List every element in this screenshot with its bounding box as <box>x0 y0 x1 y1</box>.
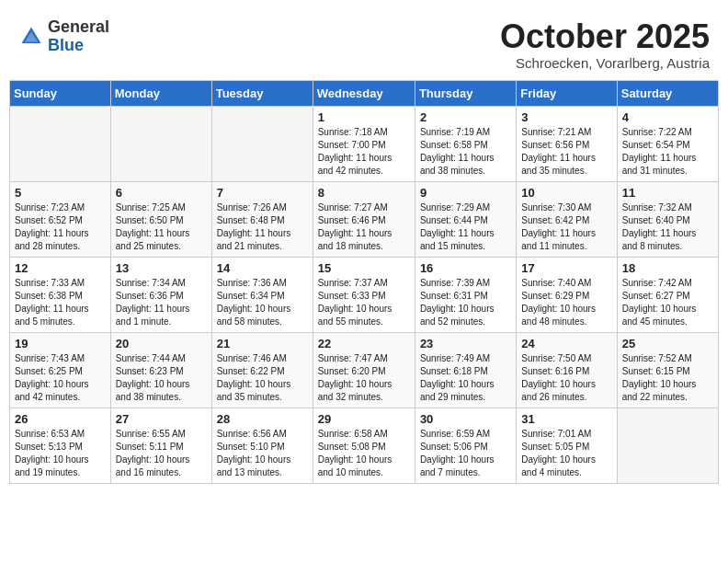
calendar-day-cell: 20Sunrise: 7:44 AM Sunset: 6:23 PM Dayli… <box>110 332 211 408</box>
calendar-day-cell <box>211 106 313 181</box>
calendar-day-cell: 7Sunrise: 7:26 AM Sunset: 6:48 PM Daylig… <box>211 181 313 257</box>
calendar-day-cell: 13Sunrise: 7:34 AM Sunset: 6:36 PM Dayli… <box>110 257 211 332</box>
day-info: Sunrise: 7:50 AM Sunset: 6:16 PM Dayligh… <box>521 352 611 404</box>
calendar-day-cell <box>10 106 111 181</box>
logo-text: General Blue <box>48 18 109 55</box>
calendar-weekday-header: Sunday <box>10 80 111 106</box>
day-info: Sunrise: 7:49 AM Sunset: 6:18 PM Dayligh… <box>420 352 511 404</box>
day-number: 23 <box>420 337 511 350</box>
calendar-weekday-header: Friday <box>517 80 617 106</box>
day-info: Sunrise: 7:52 AM Sunset: 6:15 PM Dayligh… <box>622 352 713 404</box>
day-info: Sunrise: 6:58 AM Sunset: 5:08 PM Dayligh… <box>318 428 410 479</box>
day-info: Sunrise: 7:21 AM Sunset: 6:56 PM Dayligh… <box>521 126 611 178</box>
day-info: Sunrise: 7:30 AM Sunset: 6:42 PM Dayligh… <box>521 201 611 253</box>
day-info: Sunrise: 7:42 AM Sunset: 6:27 PM Dayligh… <box>622 277 713 328</box>
calendar-week-row: 1Sunrise: 7:18 AM Sunset: 7:00 PM Daylig… <box>10 106 719 181</box>
calendar-day-cell <box>110 106 211 181</box>
day-info: Sunrise: 6:55 AM Sunset: 5:11 PM Dayligh… <box>116 428 207 479</box>
calendar-week-row: 19Sunrise: 7:43 AM Sunset: 6:25 PM Dayli… <box>10 332 719 408</box>
day-number: 2 <box>420 110 511 124</box>
day-number: 14 <box>217 261 308 275</box>
calendar-day-cell: 3Sunrise: 7:21 AM Sunset: 6:56 PM Daylig… <box>517 106 617 181</box>
day-number: 17 <box>521 261 611 275</box>
day-info: Sunrise: 7:39 AM Sunset: 6:31 PM Dayligh… <box>420 277 511 328</box>
day-number: 7 <box>217 186 308 200</box>
calendar-day-cell: 19Sunrise: 7:43 AM Sunset: 6:25 PM Dayli… <box>10 332 111 408</box>
day-info: Sunrise: 7:23 AM Sunset: 6:52 PM Dayligh… <box>15 201 106 253</box>
day-number: 28 <box>217 412 308 426</box>
calendar-day-cell: 15Sunrise: 7:37 AM Sunset: 6:33 PM Dayli… <box>313 257 415 332</box>
calendar-day-cell: 28Sunrise: 6:56 AM Sunset: 5:10 PM Dayli… <box>211 408 313 483</box>
day-info: Sunrise: 7:01 AM Sunset: 5:05 PM Dayligh… <box>521 428 611 479</box>
day-number: 1 <box>318 110 410 124</box>
calendar-day-cell: 17Sunrise: 7:40 AM Sunset: 6:29 PM Dayli… <box>517 257 617 332</box>
day-info: Sunrise: 7:32 AM Sunset: 6:40 PM Dayligh… <box>622 201 713 253</box>
title-section: October 2025 Schroecken, Vorarlberg, Aus… <box>500 18 710 71</box>
day-info: Sunrise: 7:33 AM Sunset: 6:38 PM Dayligh… <box>15 277 106 328</box>
day-info: Sunrise: 7:34 AM Sunset: 6:36 PM Dayligh… <box>116 277 207 328</box>
calendar-day-cell: 25Sunrise: 7:52 AM Sunset: 6:15 PM Dayli… <box>617 332 718 408</box>
day-info: Sunrise: 7:26 AM Sunset: 6:48 PM Dayligh… <box>217 201 308 253</box>
day-number: 18 <box>622 261 713 275</box>
day-number: 22 <box>318 337 410 350</box>
day-info: Sunrise: 6:53 AM Sunset: 5:13 PM Dayligh… <box>15 428 106 479</box>
day-info: Sunrise: 7:19 AM Sunset: 6:58 PM Dayligh… <box>420 126 511 178</box>
day-number: 16 <box>420 261 511 275</box>
location-subtitle: Schroecken, Vorarlberg, Austria <box>500 55 710 71</box>
day-number: 13 <box>116 261 207 275</box>
calendar-day-cell: 10Sunrise: 7:30 AM Sunset: 6:42 PM Dayli… <box>517 181 617 257</box>
logo: General Blue <box>18 18 109 55</box>
day-info: Sunrise: 7:40 AM Sunset: 6:29 PM Dayligh… <box>521 277 611 328</box>
day-info: Sunrise: 7:36 AM Sunset: 6:34 PM Dayligh… <box>217 277 308 328</box>
day-info: Sunrise: 7:29 AM Sunset: 6:44 PM Dayligh… <box>420 201 511 253</box>
day-number: 8 <box>318 186 410 200</box>
logo-icon <box>18 24 44 50</box>
calendar-day-cell: 6Sunrise: 7:25 AM Sunset: 6:50 PM Daylig… <box>110 181 211 257</box>
calendar-weekday-header: Wednesday <box>313 80 415 106</box>
calendar-day-cell: 31Sunrise: 7:01 AM Sunset: 5:05 PM Dayli… <box>517 408 617 483</box>
day-number: 10 <box>521 186 611 200</box>
calendar-day-cell: 27Sunrise: 6:55 AM Sunset: 5:11 PM Dayli… <box>110 408 211 483</box>
calendar-day-cell: 24Sunrise: 7:50 AM Sunset: 6:16 PM Dayli… <box>517 332 617 408</box>
calendar-day-cell <box>617 408 718 483</box>
logo-general-text: General <box>48 18 109 37</box>
day-info: Sunrise: 7:46 AM Sunset: 6:22 PM Dayligh… <box>217 352 308 404</box>
day-number: 30 <box>420 412 511 426</box>
calendar-weekday-header: Thursday <box>415 80 516 106</box>
calendar-week-row: 5Sunrise: 7:23 AM Sunset: 6:52 PM Daylig… <box>10 181 719 257</box>
calendar-day-cell: 5Sunrise: 7:23 AM Sunset: 6:52 PM Daylig… <box>10 181 111 257</box>
day-info: Sunrise: 7:18 AM Sunset: 7:00 PM Dayligh… <box>318 126 410 178</box>
day-number: 25 <box>622 337 713 350</box>
day-number: 20 <box>116 337 207 350</box>
calendar-day-cell: 16Sunrise: 7:39 AM Sunset: 6:31 PM Dayli… <box>415 257 516 332</box>
calendar-day-cell: 23Sunrise: 7:49 AM Sunset: 6:18 PM Dayli… <box>415 332 516 408</box>
calendar-table: SundayMondayTuesdayWednesdayThursdayFrid… <box>9 80 719 484</box>
calendar-day-cell: 2Sunrise: 7:19 AM Sunset: 6:58 PM Daylig… <box>415 106 516 181</box>
calendar-day-cell: 11Sunrise: 7:32 AM Sunset: 6:40 PM Dayli… <box>617 181 718 257</box>
calendar-day-cell: 8Sunrise: 7:27 AM Sunset: 6:46 PM Daylig… <box>313 181 415 257</box>
calendar-day-cell: 14Sunrise: 7:36 AM Sunset: 6:34 PM Dayli… <box>211 257 313 332</box>
calendar-week-row: 26Sunrise: 6:53 AM Sunset: 5:13 PM Dayli… <box>10 408 719 483</box>
calendar-day-cell: 26Sunrise: 6:53 AM Sunset: 5:13 PM Dayli… <box>10 408 111 483</box>
day-info: Sunrise: 7:43 AM Sunset: 6:25 PM Dayligh… <box>15 352 106 404</box>
calendar-weekday-header: Saturday <box>617 80 718 106</box>
day-info: Sunrise: 7:47 AM Sunset: 6:20 PM Dayligh… <box>318 352 410 404</box>
calendar-header-row: SundayMondayTuesdayWednesdayThursdayFrid… <box>10 80 719 106</box>
day-info: Sunrise: 7:27 AM Sunset: 6:46 PM Dayligh… <box>318 201 410 253</box>
day-number: 6 <box>116 186 207 200</box>
day-number: 31 <box>521 412 611 426</box>
page-header: General Blue October 2025 Schroecken, Vo… <box>9 9 719 75</box>
calendar-day-cell: 9Sunrise: 7:29 AM Sunset: 6:44 PM Daylig… <box>415 181 516 257</box>
day-number: 9 <box>420 186 511 200</box>
day-number: 21 <box>217 337 308 350</box>
calendar-day-cell: 30Sunrise: 6:59 AM Sunset: 5:06 PM Dayli… <box>415 408 516 483</box>
day-number: 11 <box>622 186 713 200</box>
day-number: 3 <box>521 110 611 124</box>
day-number: 15 <box>318 261 410 275</box>
day-number: 5 <box>15 186 106 200</box>
day-info: Sunrise: 7:22 AM Sunset: 6:54 PM Dayligh… <box>622 126 713 178</box>
day-info: Sunrise: 6:59 AM Sunset: 5:06 PM Dayligh… <box>420 428 511 479</box>
calendar-day-cell: 22Sunrise: 7:47 AM Sunset: 6:20 PM Dayli… <box>313 332 415 408</box>
day-info: Sunrise: 6:56 AM Sunset: 5:10 PM Dayligh… <box>217 428 308 479</box>
calendar-week-row: 12Sunrise: 7:33 AM Sunset: 6:38 PM Dayli… <box>10 257 719 332</box>
